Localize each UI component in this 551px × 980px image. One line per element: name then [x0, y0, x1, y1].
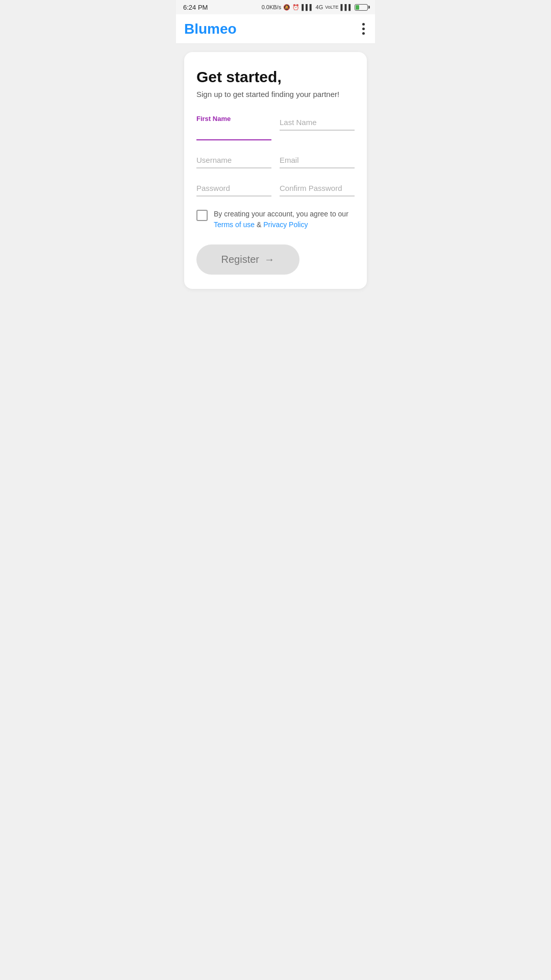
dot-3 [362, 32, 365, 35]
dot-2 [362, 28, 365, 30]
volte-icon: VoLTE [325, 5, 338, 10]
register-button[interactable]: Register → [196, 244, 299, 275]
name-row: First Name [196, 115, 355, 140]
terms-prefix: By creating your account, you agree to o… [214, 210, 348, 218]
status-icons: 0.0KB/s 🔕 ⏰ ▌▌▌ 4G VoLTE ▌▌▌ [262, 4, 368, 11]
page-subtitle: Sign up to get started finding your part… [196, 90, 355, 99]
network-type: 4G [316, 4, 323, 10]
last-name-input[interactable] [280, 115, 355, 131]
signup-card: Get started, Sign up to get started find… [184, 52, 367, 289]
email-input[interactable] [280, 153, 355, 168]
password-field [196, 181, 271, 197]
terms-row: By creating your account, you agree to o… [196, 209, 355, 230]
terms-checkbox[interactable] [196, 210, 208, 221]
first-name-field: First Name [196, 115, 271, 140]
signal-bars-2-icon: ▌▌▌ [341, 4, 353, 10]
first-name-label: First Name [196, 115, 271, 122]
last-name-field [280, 115, 355, 140]
app-title: Blumeo [184, 21, 237, 37]
email-field [280, 153, 355, 168]
status-bar: 6:24 PM 0.0KB/s 🔕 ⏰ ▌▌▌ 4G VoLTE ▌▌▌ [176, 0, 375, 14]
confirm-password-input[interactable] [280, 181, 355, 197]
alarm-icon: ⏰ [292, 4, 299, 11]
main-content: Get started, Sign up to get started find… [176, 44, 375, 444]
app-bar: Blumeo [176, 14, 375, 44]
confirm-password-field [280, 181, 355, 197]
password-row [196, 181, 355, 197]
terms-text: By creating your account, you agree to o… [214, 209, 355, 230]
mute-icon: 🔕 [283, 4, 290, 11]
password-input[interactable] [196, 181, 271, 197]
first-name-input[interactable] [196, 125, 271, 140]
username-email-row [196, 153, 355, 168]
signal-bars-icon: ▌▌▌ [302, 4, 313, 10]
battery-icon [355, 4, 368, 11]
status-time: 6:24 PM [183, 4, 208, 11]
arrow-right-icon: → [264, 254, 274, 265]
terms-of-use-link[interactable]: Terms of use [214, 220, 255, 229]
dot-1 [362, 23, 365, 26]
register-label: Register [221, 254, 259, 265]
network-speed: 0.0KB/s [262, 4, 282, 10]
terms-separator: & [257, 220, 263, 229]
more-options-button[interactable] [360, 21, 367, 37]
username-field [196, 153, 271, 168]
username-input[interactable] [196, 153, 271, 168]
page-title: Get started, [196, 68, 355, 86]
privacy-policy-link[interactable]: Privacy Policy [263, 220, 308, 229]
